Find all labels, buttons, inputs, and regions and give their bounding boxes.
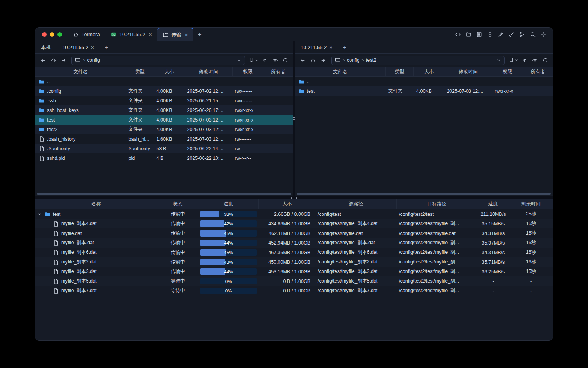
transfer-row[interactable]: myfile_副本5.dat 等待中 0% 0 B / 1.00GB /conf… <box>35 276 553 286</box>
transfer-row[interactable]: test 传输中 33% 2.66GB / 8.00GB /config/tes… <box>35 209 553 219</box>
file-row[interactable]: ssh_host_keys 文件夹 4.00KB 2025-06-26 17:.… <box>35 105 293 115</box>
column-header-filename[interactable]: 文件名 <box>35 67 126 76</box>
parent-directory-button[interactable] <box>261 56 269 64</box>
transfer-eta: 16秒 <box>509 240 553 246</box>
chevron-down-icon[interactable] <box>37 212 42 217</box>
breadcrumb-segment[interactable]: config <box>87 58 100 63</box>
tab-remote-host[interactable]: 10.211.55.2 × <box>295 41 338 53</box>
new-session-button[interactable]: + <box>338 41 351 53</box>
show-hidden-files-button[interactable] <box>271 56 279 64</box>
transfer-row[interactable]: myfile_副本7.dat 等待中 0% 0 B / 1.00GB /conf… <box>35 286 553 296</box>
transfer-speed: 35.71MB/s <box>477 260 509 265</box>
file-size: 4.00KB <box>154 98 185 104</box>
column-header-mtime[interactable]: 修改时间 <box>185 67 233 76</box>
key-icon[interactable] <box>508 31 514 38</box>
transfer-row[interactable]: myfile_副本2.dat 传输中 43% 450.00MB / 1.00GB… <box>35 257 553 267</box>
search-icon[interactable] <box>530 31 536 38</box>
column-header-owner[interactable]: 所有者 <box>523 67 553 76</box>
tab-transfer[interactable]: 传输 × <box>157 28 193 41</box>
close-icon[interactable]: × <box>91 45 94 50</box>
close-window-button[interactable] <box>42 32 47 37</box>
folder-icon <box>39 127 45 133</box>
home-button[interactable] <box>49 56 57 64</box>
record-icon[interactable] <box>487 31 493 38</box>
forward-button[interactable] <box>59 56 68 64</box>
forward-button[interactable] <box>319 56 328 64</box>
refresh-button[interactable] <box>541 56 549 64</box>
branch-icon[interactable] <box>519 31 525 38</box>
show-hidden-files-button[interactable] <box>531 56 539 64</box>
close-icon[interactable]: × <box>149 32 152 37</box>
tab-host[interactable]: 10.211.55.2 × <box>105 28 157 41</box>
column-header-type[interactable]: 类型 <box>126 67 154 76</box>
breadcrumb-segment[interactable]: test2 <box>366 58 376 63</box>
transfer-row[interactable]: myfile_副本3.dat 传输中 44% 453.16MB / 1.00GB… <box>35 267 553 276</box>
bookmark-button[interactable] <box>508 57 518 63</box>
transfer-splitter[interactable] <box>35 196 553 199</box>
file-row[interactable]: .bash_history bash_hi... 1.60KB 2025-07-… <box>35 134 293 144</box>
transfer-row[interactable]: myfile_副本4.dat 传输中 42% 434.86MB / 1.00GB… <box>35 219 553 228</box>
column-header-source[interactable]: 源路径 <box>315 199 397 209</box>
file-row[interactable]: .ssh 文件夹 4.00KB 2025-06-21 15:... rwx---… <box>35 96 293 105</box>
transfer-row[interactable]: myfile_副本6.dat 传输中 45% 467.36MB / 1.00GB… <box>35 248 553 257</box>
column-header-owner[interactable]: 所有者 <box>263 67 293 76</box>
transfer-speed: - <box>477 288 509 294</box>
column-header-size[interactable]: 大小 <box>259 199 315 209</box>
new-session-button[interactable]: + <box>100 41 113 53</box>
horizontal-scrollbar[interactable] <box>37 193 291 195</box>
file-row[interactable]: .config 文件夹 4.00KB 2025-07-02 12:... rwx… <box>35 86 293 96</box>
column-header-target[interactable]: 目标路径 <box>397 199 477 209</box>
file-row[interactable]: sshd.pid pid 4 B 2025-06-22 10:... rw-r-… <box>35 153 293 163</box>
tab-remote-host[interactable]: 10.211.55.2 × <box>57 41 100 53</box>
transfer-status: 传输中 <box>157 249 198 256</box>
file-row[interactable]: .. <box>35 77 293 86</box>
bookmark-button[interactable] <box>248 57 259 63</box>
close-icon[interactable]: × <box>329 45 332 50</box>
chevron-down-icon[interactable] <box>496 58 501 63</box>
file-row[interactable]: .Xauthority Xauthority 58 B 2025-06-22 1… <box>35 144 293 153</box>
file-size: 4.00KB <box>154 117 185 123</box>
close-icon[interactable]: × <box>185 32 188 38</box>
settings-icon[interactable] <box>541 31 547 38</box>
horizontal-scrollbar[interactable] <box>297 193 551 195</box>
minimize-window-button[interactable] <box>50 32 54 37</box>
breadcrumb-segment[interactable]: config <box>347 58 359 63</box>
transfer-row[interactable]: myfile.dat 传输中 45% 462.11MB / 1.00GB /co… <box>35 228 553 238</box>
folder-icon <box>299 79 305 85</box>
transfer-row[interactable]: myfile_副本.dat 传输中 44% 452.94MB / 1.00GB … <box>35 238 553 248</box>
column-header-perm[interactable]: 权限 <box>492 67 523 76</box>
back-button[interactable] <box>39 56 47 64</box>
column-header-type[interactable]: 类型 <box>386 67 414 76</box>
column-header-status[interactable]: 状态 <box>157 199 198 209</box>
column-header-perm[interactable]: 权限 <box>233 67 263 76</box>
path-breadcrumb[interactable]: > config <box>71 56 245 65</box>
tab-termora[interactable]: Termora <box>67 28 105 41</box>
new-tab-button[interactable]: + <box>193 28 206 41</box>
parent-directory-button[interactable] <box>520 56 529 64</box>
column-header-filename[interactable]: 文件名 <box>295 67 386 76</box>
refresh-button[interactable] <box>281 56 290 64</box>
progress-percent: 33% <box>200 211 257 217</box>
column-header-progress[interactable]: 进度 <box>198 199 259 209</box>
file-row[interactable]: test 文件夹 4.00KB 2025-07-03 12:... rwxr-x… <box>295 86 553 96</box>
file-row[interactable]: test 文件夹 4.00KB 2025-07-03 12:... rwxr-x… <box>35 115 293 125</box>
back-button[interactable] <box>299 56 307 64</box>
path-breadcrumb[interactable]: > config > test2 <box>331 56 505 65</box>
file-row[interactable]: .. <box>295 77 553 86</box>
log-icon[interactable] <box>476 31 482 38</box>
column-header-size[interactable]: 大小 <box>154 67 185 76</box>
home-button[interactable] <box>309 56 317 64</box>
zoom-window-button[interactable] <box>57 32 62 37</box>
column-header-size[interactable]: 大小 <box>414 67 444 76</box>
chevron-down-icon[interactable] <box>237 58 242 63</box>
tab-local[interactable]: 本机 <box>35 41 57 53</box>
column-header-mtime[interactable]: 修改时间 <box>444 67 492 76</box>
file-row[interactable]: test2 文件夹 4.00KB 2025-07-03 12:... rwxr-… <box>35 125 293 134</box>
progress-percent: 0% <box>200 278 257 284</box>
code-icon[interactable] <box>455 31 461 38</box>
column-header-speed[interactable]: 速度 <box>477 199 509 209</box>
edit-icon[interactable] <box>498 31 504 38</box>
column-header-name[interactable]: 名称 <box>35 199 157 209</box>
column-header-eta[interactable]: 剩余时间 <box>509 199 553 209</box>
folder-outline-icon[interactable] <box>466 31 472 38</box>
